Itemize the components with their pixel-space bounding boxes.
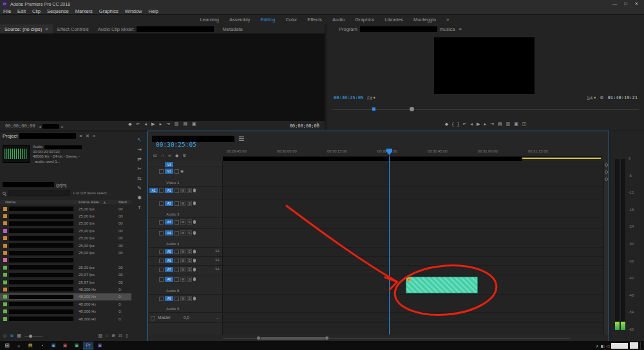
step-back-icon[interactable]: ◂	[145, 120, 147, 128]
taskbar-explorer-icon[interactable]: ▤	[25, 342, 35, 349]
overwrite-icon[interactable]: ▤	[183, 120, 187, 128]
track-target-box[interactable]: A3	[165, 219, 173, 225]
voiceover-record-icon[interactable]	[193, 220, 196, 224]
project-tab[interactable]: Project	[3, 133, 17, 139]
find-icon[interactable]: ○	[106, 333, 108, 338]
delete-icon[interactable]: ▯	[126, 333, 128, 338]
go-to-out-icon[interactable]: ⇥	[166, 120, 170, 128]
zoom-handle-right[interactable]	[325, 336, 329, 340]
track-lock-icon[interactable]	[159, 250, 164, 254]
start-button[interactable]: ⊞	[2, 342, 12, 349]
table-row[interactable]: 25,00 fps00	[0, 205, 131, 212]
table-row[interactable]: 25,00 fps00	[0, 249, 131, 256]
zoom-handle-left[interactable]	[256, 336, 261, 340]
sort-ascending-icon[interactable]: ∧	[103, 200, 106, 205]
timeline-settings-icon[interactable]: ⚙	[182, 152, 186, 160]
track-output-eye-icon[interactable]: ◉	[180, 169, 184, 174]
tab-audio-clip-mixer[interactable]: Audio Clip Mixer:	[93, 24, 218, 33]
program-tab-label[interactable]: Program	[339, 26, 357, 32]
add-marker-icon[interactable]: ◆	[175, 152, 178, 160]
solo-button[interactable]: S	[187, 188, 192, 193]
track-lock-icon[interactable]	[159, 297, 164, 301]
track-target-box[interactable]: V3	[165, 162, 173, 167]
new-item-icon[interactable]: ⊡	[118, 333, 122, 338]
list-view-icon[interactable]: ≣	[10, 333, 14, 338]
sync-lock-icon[interactable]	[175, 297, 179, 301]
track-lock-icon[interactable]	[159, 220, 164, 225]
menu-clip[interactable]: Clip	[29, 8, 44, 14]
show-desktop-button[interactable]	[640, 342, 642, 349]
tray-volume-icon[interactable]: ◁	[606, 344, 609, 348]
voiceover-record-icon[interactable]	[193, 189, 196, 192]
solo-button[interactable]: S	[187, 230, 192, 235]
track-header-a3[interactable]: A3MS	[148, 218, 222, 229]
menu-help[interactable]: Help	[146, 8, 162, 14]
table-row[interactable]: 48,000 Hz0:	[0, 308, 131, 315]
track-target-box[interactable]: A7	[165, 267, 173, 272]
zoom-slider-knob[interactable]	[29, 335, 32, 338]
workspace-overflow-icon[interactable]: »	[446, 17, 449, 23]
column-name[interactable]: Name	[5, 200, 15, 204]
track-header-v3[interactable]: V3	[148, 161, 222, 167]
track-header-a2[interactable]: A2MSAudio 3	[148, 199, 222, 218]
track-height-handle[interactable]	[605, 170, 608, 174]
table-row[interactable]: 48,000 Hz0:	[0, 286, 131, 293]
menu-edit[interactable]: Edit	[14, 8, 29, 14]
panel-close-icon[interactable]: ✕	[86, 133, 90, 139]
track-lock-icon[interactable]	[151, 316, 155, 320]
menu-sequence[interactable]: Sequence	[44, 8, 72, 14]
tab-metadata[interactable]: Metadata	[218, 24, 247, 33]
workspace-tab-monteggio[interactable]: Monteggio	[408, 16, 441, 23]
taskbar-app4-icon[interactable]: ▣	[95, 342, 105, 349]
maximize-button[interactable]: □	[620, 1, 631, 6]
timeline-ruler[interactable]: 00:29:45:0000:30:00:0000:30:15:0000:30:3…	[223, 148, 602, 157]
track-header-a8[interactable]: A8MSAudio 8	[148, 275, 222, 295]
taskbar-app3-icon[interactable]: ▣	[71, 342, 82, 349]
zoom-slider[interactable]	[24, 336, 43, 336]
track-target-box[interactable]: A5	[165, 249, 173, 254]
table-row[interactable]: 25,00 fps00	[0, 212, 131, 219]
solo-button[interactable]: S	[187, 277, 192, 282]
track-lock-icon[interactable]	[159, 231, 164, 235]
table-row[interactable]: 48,000 Hz0:	[0, 315, 131, 322]
sync-lock-icon[interactable]	[175, 268, 179, 272]
track-header-v1[interactable]: V1◉Video 1	[148, 167, 222, 187]
track-height-handle[interactable]	[605, 163, 608, 167]
track-target-box[interactable]: A1	[165, 188, 173, 193]
table-row[interactable]: 29,97 fps00	[0, 279, 131, 286]
sync-lock-icon[interactable]	[175, 259, 179, 263]
add-marker-icon[interactable]: ◆	[128, 120, 131, 128]
track-header-a1[interactable]: A1A1MS	[148, 187, 222, 199]
selection-tool[interactable]: ↖	[137, 137, 142, 143]
minimize-button[interactable]: —	[609, 1, 620, 6]
tab-effect-controls[interactable]: Effect Controls	[53, 24, 93, 33]
track-target-box[interactable]: A4	[165, 230, 173, 235]
program-scrub-bar[interactable]	[332, 107, 639, 112]
sync-lock-icon[interactable]	[175, 169, 179, 174]
track-target-box[interactable]: A2	[165, 201, 173, 206]
mute-button[interactable]: M	[180, 249, 185, 254]
comparison-view-icon[interactable]: ◫	[522, 120, 527, 128]
panel-menu-icon[interactable]: ≡	[459, 26, 462, 32]
voiceover-record-icon[interactable]	[193, 277, 196, 281]
workspace-tab-learning[interactable]: Learning	[195, 16, 224, 23]
table-row[interactable]: 25,00 fps00	[0, 264, 131, 271]
solo-button[interactable]: S	[187, 219, 192, 225]
scrub-playhead[interactable]	[372, 107, 375, 111]
go-to-out-icon[interactable]: ⇥	[490, 120, 494, 128]
solo-button[interactable]: S	[187, 258, 192, 263]
snap-icon[interactable]: ∩	[161, 152, 164, 160]
table-row[interactable]: 25,00 fps00	[0, 242, 131, 249]
mute-button[interactable]: M	[180, 230, 185, 235]
table-row[interactable]: 48,000 Hz0:	[0, 300, 131, 308]
export-frame-icon[interactable]: ▣	[192, 120, 196, 128]
mute-button[interactable]: M	[180, 277, 185, 282]
settings-wrench-icon[interactable]: ⚙	[600, 95, 603, 100]
track-target-box[interactable]: A8	[165, 277, 173, 282]
track-target-box[interactable]: A9	[165, 296, 173, 301]
tray-chevron-icon[interactable]: ∧	[596, 344, 598, 348]
razor-tool[interactable]: ✂	[137, 166, 142, 172]
linked-selection-icon[interactable]: ∞	[168, 152, 171, 160]
menu-window[interactable]: Window	[122, 8, 146, 14]
workspace-tab-audio[interactable]: Audio	[327, 16, 350, 23]
